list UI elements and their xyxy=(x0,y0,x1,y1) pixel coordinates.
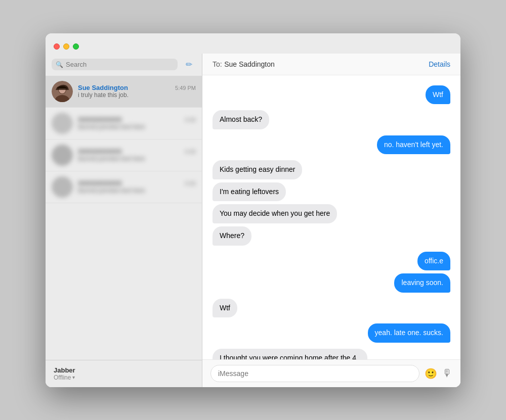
emoji-icon[interactable]: 🙂 xyxy=(425,367,437,380)
contact-time-3: 0:00 xyxy=(185,149,196,155)
message-row-m4: I'm eating leftovers xyxy=(213,182,450,202)
sidebar-header: 🔍 ✏ xyxy=(46,54,202,76)
chat-area: To: Sue Saddington Details Wtf Almost ba… xyxy=(202,54,460,387)
sidebar: 🔍 ✏ xyxy=(46,54,202,387)
contact-preview-3: blurred preview text here xyxy=(78,155,196,162)
contact-preview-2: blurred preview text here xyxy=(78,123,196,130)
contact-info-2: XXXXXXXXXX 0:00 blurred preview text her… xyxy=(78,116,196,130)
bubble-m7: offic.e xyxy=(417,252,450,271)
message-row-m8: leaving soon. xyxy=(213,273,450,293)
bubble-m11: I thought you were coming home after the… xyxy=(213,349,367,359)
close-button[interactable] xyxy=(54,43,60,50)
contact-preview-4: blurred preview text here xyxy=(78,187,196,194)
fullscreen-button[interactable] xyxy=(73,43,79,50)
search-input[interactable] xyxy=(66,61,174,68)
messages-area: Wtf Almost back? no. haven't left yet. K… xyxy=(202,75,460,359)
message-row-m3: Kids getting easy dinner xyxy=(213,160,450,179)
message-row-m9: Wtf xyxy=(213,299,450,318)
main-layout: 🔍 ✏ xyxy=(46,54,460,387)
bubble-m3: Kids getting easy dinner xyxy=(213,160,302,179)
message-row-m2: no. haven't left yet. xyxy=(213,135,450,155)
chat-input-area: 🙂 🎙 xyxy=(202,359,460,387)
bubble-m8: leaving soon. xyxy=(394,273,450,293)
chat-recipient: Sue Saddington xyxy=(224,60,275,68)
message-row-top: Wtf xyxy=(213,85,450,105)
contact-name-row-2: XXXXXXXXXX 0:00 xyxy=(78,116,196,123)
bubble-m4: I'm eating leftovers xyxy=(213,182,286,202)
contact-item-4[interactable]: XXXXXXXXXX 0:00 blurred preview text her… xyxy=(46,171,202,203)
contact-list: Sue Saddington 5:49 PM i truly hate this… xyxy=(46,76,202,360)
contact-time-2: 0:00 xyxy=(185,117,196,123)
message-row-m10: yeah. late one. sucks. xyxy=(213,323,450,343)
message-row-m6: Where? xyxy=(213,226,450,246)
search-icon: 🔍 xyxy=(56,61,63,68)
contact-item-2[interactable]: XXXXXXXXXX 0:00 blurred preview text her… xyxy=(46,108,202,139)
input-icons: 🙂 🎙 xyxy=(425,367,452,380)
contact-name-row-sue: Sue Saddington 5:49 PM xyxy=(78,84,196,91)
search-bar[interactable]: 🔍 xyxy=(52,59,178,70)
bubble-m5: You may decide when you get here xyxy=(213,204,337,223)
avatar-3 xyxy=(52,145,73,166)
bubble-m9: Wtf xyxy=(213,299,237,318)
contact-item-3[interactable]: XXXXXXXXXX 0:00 blurred preview text her… xyxy=(46,139,202,171)
chat-to-row: To: Sue Saddington xyxy=(213,60,275,69)
contact-name-row-3: XXXXXXXXXX 0:00 xyxy=(78,148,196,155)
contact-name-sue: Sue Saddington xyxy=(78,84,128,91)
imessage-input[interactable] xyxy=(210,365,419,382)
message-row-m7: offic.e xyxy=(213,252,450,271)
jabber-label: Jabber xyxy=(54,366,194,374)
bubble-m2: no. haven't left yet. xyxy=(377,135,450,155)
contact-item-sue[interactable]: Sue Saddington 5:49 PM i truly hate this… xyxy=(46,76,202,108)
contact-preview-sue: i truly hate this job. xyxy=(78,91,196,99)
chat-to-label: To: xyxy=(213,60,222,68)
avatar-4 xyxy=(52,176,73,198)
contact-name-row-4: XXXXXXXXXX 0:00 xyxy=(78,179,196,187)
contact-info-4: XXXXXXXXXX 0:00 blurred preview text her… xyxy=(78,179,196,194)
underline-4pm: 4 pm xyxy=(220,354,356,359)
bubble-m6: Where? xyxy=(213,226,251,246)
messages-window: 🔍 ✏ xyxy=(46,33,460,387)
contact-info-3: XXXXXXXXXX 0:00 blurred preview text her… xyxy=(78,148,196,162)
jabber-status[interactable]: Offline ▾ xyxy=(54,374,194,381)
contact-name-3: XXXXXXXXXX xyxy=(78,148,122,155)
avatar-sue xyxy=(52,81,73,102)
traffic-lights xyxy=(54,43,79,50)
contact-time-4: 0:00 xyxy=(185,180,196,186)
message-row-m5: You may decide when you get here xyxy=(213,204,450,223)
microphone-icon[interactable]: 🎙 xyxy=(442,367,452,379)
bubble-top: Wtf xyxy=(426,85,450,105)
bubble-m10: yeah. late one. sucks. xyxy=(368,323,450,343)
message-row-m11: I thought you were coming home after the… xyxy=(213,349,450,359)
contact-name-4: XXXXXXXXXX xyxy=(78,179,122,187)
chat-header: To: Sue Saddington Details xyxy=(202,54,460,75)
contact-time-sue: 5:49 PM xyxy=(175,85,196,91)
contact-info-sue: Sue Saddington 5:49 PM i truly hate this… xyxy=(78,84,196,99)
titlebar xyxy=(46,33,460,54)
contact-name-2: XXXXXXXXXX xyxy=(78,116,122,123)
bubble-m1: Almost back? xyxy=(213,110,269,129)
details-button[interactable]: Details xyxy=(429,60,450,68)
sidebar-footer: Jabber Offline ▾ xyxy=(46,360,202,387)
compose-button[interactable]: ✏ xyxy=(182,58,196,72)
minimize-button[interactable] xyxy=(63,43,69,50)
avatar-2 xyxy=(52,113,73,134)
message-row-m1: Almost back? xyxy=(213,110,450,129)
